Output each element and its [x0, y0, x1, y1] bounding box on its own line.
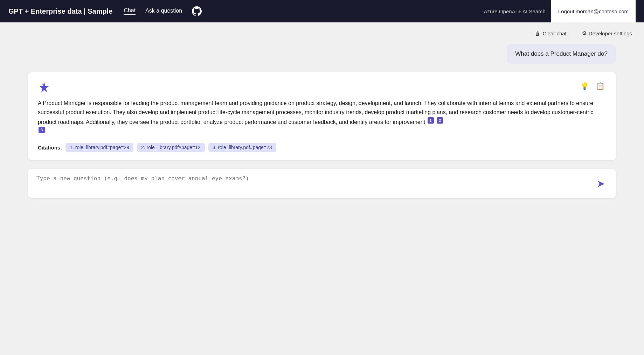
trash-icon: 🗑: [535, 30, 540, 36]
citation-superscript-2[interactable]: 2: [437, 117, 443, 124]
ai-sparkle-icon: [38, 81, 50, 93]
ai-response-text: A Product Manager is responsible for lea…: [38, 100, 593, 125]
nav-ask-question[interactable]: Ask a question: [145, 8, 182, 15]
citation-superscript-3[interactable]: 3: [39, 127, 45, 133]
citations-row: Citations: 1. role_library.pdf#page=29 2…: [38, 143, 606, 152]
main-content: What does a Product Manager do? 💡 📋 A: [0, 44, 644, 207]
header-right: Azure OpenAI + AI Search Logout morgan@c…: [484, 0, 636, 22]
clipboard-icon: 📋: [596, 82, 605, 90]
gear-icon: ⚙: [582, 30, 587, 36]
citation-chip-1[interactable]: 1. role_library.pdf#page=29: [65, 143, 133, 152]
clear-chat-label: Clear chat: [542, 30, 566, 36]
user-message-bubble: What does a Product Manager do?: [507, 44, 616, 64]
lightbulb-icon: 💡: [580, 82, 589, 90]
clipboard-button[interactable]: 📋: [595, 81, 606, 92]
github-icon[interactable]: [192, 6, 202, 16]
input-card: ➤: [28, 169, 616, 198]
nav-chat[interactable]: Chat: [124, 7, 136, 15]
citations-label: Citations:: [38, 145, 62, 151]
developer-settings-button[interactable]: ⚙ Developer settings: [579, 28, 636, 39]
user-message-container: What does a Product Manager do?: [28, 44, 616, 64]
developer-settings-label: Developer settings: [589, 30, 632, 36]
app-title: GPT + Enterprise data | Sample: [8, 7, 112, 15]
main-nav: Chat Ask a question: [124, 6, 472, 16]
logout-button[interactable]: Logout morgan@contoso.com: [551, 0, 636, 22]
ai-response-body: A Product Manager is responsible for lea…: [38, 99, 606, 137]
send-arrow-icon: ➤: [597, 178, 605, 189]
citation-chip-2[interactable]: 2. role_library.pdf#page=12: [137, 143, 205, 152]
ai-response-card: 💡 📋 A Product Manager is responsible for…: [28, 72, 616, 160]
ai-card-actions: 💡 📋: [579, 81, 606, 92]
end-punctuation: .: [47, 129, 48, 135]
clear-chat-button[interactable]: 🗑 Clear chat: [532, 28, 570, 39]
send-button[interactable]: ➤: [594, 176, 608, 191]
lightbulb-button[interactable]: 💡: [579, 81, 590, 92]
toolbar: 🗑 Clear chat ⚙ Developer settings: [0, 22, 644, 44]
app-header: GPT + Enterprise data | Sample Chat Ask …: [0, 0, 644, 22]
citation-chip-3[interactable]: 3. role_library.pdf#page=23: [208, 143, 276, 152]
question-input[interactable]: [36, 175, 590, 192]
user-message-text: What does a Product Manager do?: [515, 50, 608, 57]
azure-label: Azure OpenAI + AI Search: [484, 8, 545, 14]
citation-superscript-1[interactable]: 1: [428, 117, 434, 124]
ai-card-header: 💡 📋: [38, 81, 606, 93]
